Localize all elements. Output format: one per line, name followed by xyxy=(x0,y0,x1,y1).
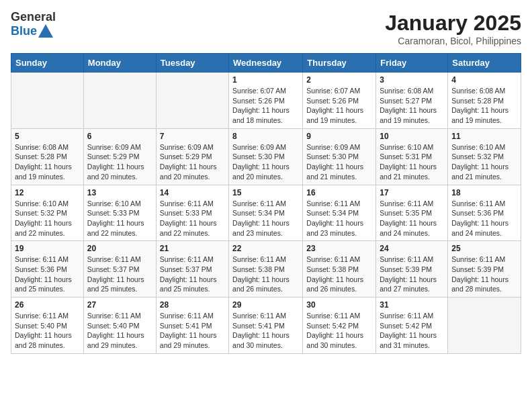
sunset-time: Sunset: 5:42 PM xyxy=(380,321,444,331)
day-info: Sunrise: 6:11 AMSunset: 5:36 PMDaylight:… xyxy=(451,199,517,238)
sunset-time: Sunset: 5:41 PM xyxy=(160,321,225,331)
sunrise-time: Sunrise: 6:08 AM xyxy=(380,86,444,96)
daylight-hours: Daylight: 11 hours and 26 minutes. xyxy=(306,275,372,294)
sunrise-time: Sunrise: 6:11 AM xyxy=(451,255,517,265)
day-number: 31 xyxy=(380,300,444,310)
daylight-hours: Daylight: 11 hours and 22 minutes. xyxy=(160,218,225,238)
weekday-header-wednesday: Wednesday xyxy=(229,54,303,73)
sunset-time: Sunset: 5:28 PM xyxy=(15,152,80,162)
daylight-hours: Daylight: 11 hours and 22 minutes. xyxy=(15,218,80,238)
sunset-time: Sunset: 5:38 PM xyxy=(232,265,299,275)
calendar-cell: 21Sunrise: 6:11 AMSunset: 5:37 PMDayligh… xyxy=(156,241,228,298)
sunrise-time: Sunrise: 6:08 AM xyxy=(451,86,517,96)
daylight-hours: Daylight: 11 hours and 23 minutes. xyxy=(306,218,372,238)
calendar-cell: 22Sunrise: 6:11 AMSunset: 5:38 PMDayligh… xyxy=(229,241,303,298)
weekday-header-sunday: Sunday xyxy=(11,54,84,73)
day-number: 4 xyxy=(451,75,517,85)
daylight-hours: Daylight: 11 hours and 18 minutes. xyxy=(232,105,299,125)
calendar-cell: 18Sunrise: 6:11 AMSunset: 5:36 PMDayligh… xyxy=(448,185,521,241)
sunset-time: Sunset: 5:32 PM xyxy=(15,208,80,218)
sunrise-time: Sunrise: 6:11 AM xyxy=(15,311,80,321)
calendar-cell xyxy=(156,73,228,129)
day-info: Sunrise: 6:09 AMSunset: 5:30 PMDaylight:… xyxy=(232,142,299,182)
calendar-cell: 17Sunrise: 6:11 AMSunset: 5:35 PMDayligh… xyxy=(376,185,448,241)
calendar-cell: 9Sunrise: 6:09 AMSunset: 5:30 PMDaylight… xyxy=(303,128,376,185)
week-row-2: 5Sunrise: 6:08 AMSunset: 5:28 PMDaylight… xyxy=(11,128,521,185)
sunrise-time: Sunrise: 6:11 AM xyxy=(306,199,372,209)
sunrise-time: Sunrise: 6:11 AM xyxy=(232,255,299,265)
day-number: 25 xyxy=(451,244,517,253)
sunset-time: Sunset: 5:26 PM xyxy=(232,96,299,106)
weekday-header-tuesday: Tuesday xyxy=(156,54,228,73)
day-info: Sunrise: 6:08 AMSunset: 5:28 PMDaylight:… xyxy=(451,86,517,126)
sunrise-time: Sunrise: 6:11 AM xyxy=(87,255,152,265)
day-number: 11 xyxy=(451,132,517,141)
calendar-cell: 14Sunrise: 6:11 AMSunset: 5:33 PMDayligh… xyxy=(156,185,228,241)
daylight-hours: Daylight: 11 hours and 19 minutes. xyxy=(15,162,80,181)
sunset-time: Sunset: 5:39 PM xyxy=(451,265,517,275)
page-header: General Blue January 2025 Caramoran, Bic… xyxy=(11,11,521,46)
logo-blue-text: Blue xyxy=(11,25,37,38)
sunset-time: Sunset: 5:31 PM xyxy=(380,152,444,162)
daylight-hours: Daylight: 11 hours and 31 minutes. xyxy=(380,330,444,350)
sunset-time: Sunset: 5:37 PM xyxy=(87,265,152,275)
daylight-hours: Daylight: 11 hours and 20 minutes. xyxy=(232,162,299,181)
day-info: Sunrise: 6:11 AMSunset: 5:42 PMDaylight:… xyxy=(306,311,372,351)
calendar-cell: 12Sunrise: 6:10 AMSunset: 5:32 PMDayligh… xyxy=(11,185,84,241)
daylight-hours: Daylight: 11 hours and 19 minutes. xyxy=(380,105,444,125)
sunset-time: Sunset: 5:40 PM xyxy=(15,321,80,331)
sunrise-time: Sunrise: 6:09 AM xyxy=(87,142,152,152)
day-info: Sunrise: 6:11 AMSunset: 5:33 PMDaylight:… xyxy=(160,199,225,238)
sunset-time: Sunset: 5:41 PM xyxy=(232,321,299,331)
day-number: 24 xyxy=(380,244,444,253)
week-row-3: 12Sunrise: 6:10 AMSunset: 5:32 PMDayligh… xyxy=(11,185,521,241)
daylight-hours: Daylight: 11 hours and 30 minutes. xyxy=(306,330,372,350)
daylight-hours: Daylight: 11 hours and 28 minutes. xyxy=(15,330,80,350)
day-number: 7 xyxy=(160,132,225,141)
day-number: 16 xyxy=(306,188,372,197)
day-info: Sunrise: 6:11 AMSunset: 5:37 PMDaylight:… xyxy=(87,255,152,294)
daylight-hours: Daylight: 11 hours and 23 minutes. xyxy=(232,218,299,238)
weekday-header-monday: Monday xyxy=(83,54,156,73)
day-number: 10 xyxy=(380,132,444,141)
week-row-4: 19Sunrise: 6:11 AMSunset: 5:36 PMDayligh… xyxy=(11,241,521,298)
daylight-hours: Daylight: 11 hours and 30 minutes. xyxy=(232,330,299,350)
sunrise-time: Sunrise: 6:09 AM xyxy=(232,142,299,152)
daylight-hours: Daylight: 11 hours and 24 minutes. xyxy=(451,218,517,238)
sunrise-time: Sunrise: 6:08 AM xyxy=(15,142,80,152)
calendar-cell: 24Sunrise: 6:11 AMSunset: 5:39 PMDayligh… xyxy=(376,241,448,298)
sunset-time: Sunset: 5:36 PM xyxy=(15,265,80,275)
day-number: 5 xyxy=(15,132,80,141)
sunrise-time: Sunrise: 6:11 AM xyxy=(306,311,372,321)
location: Caramoran, Bicol, Philippines xyxy=(385,36,521,46)
calendar-cell: 25Sunrise: 6:11 AMSunset: 5:39 PMDayligh… xyxy=(448,241,521,298)
daylight-hours: Daylight: 11 hours and 29 minutes. xyxy=(160,330,225,350)
daylight-hours: Daylight: 11 hours and 22 minutes. xyxy=(87,218,152,238)
day-info: Sunrise: 6:08 AMSunset: 5:28 PMDaylight:… xyxy=(15,142,80,182)
weekday-header-saturday: Saturday xyxy=(448,54,521,73)
daylight-hours: Daylight: 11 hours and 25 minutes. xyxy=(15,275,80,294)
sunrise-time: Sunrise: 6:11 AM xyxy=(160,311,225,321)
sunrise-time: Sunrise: 6:11 AM xyxy=(380,199,444,209)
day-number: 6 xyxy=(87,132,152,141)
day-number: 29 xyxy=(232,300,299,310)
day-number: 9 xyxy=(306,132,372,141)
sunrise-time: Sunrise: 6:07 AM xyxy=(232,86,299,96)
day-number: 22 xyxy=(232,244,299,253)
day-info: Sunrise: 6:11 AMSunset: 5:40 PMDaylight:… xyxy=(15,311,80,351)
day-number: 14 xyxy=(160,188,225,197)
calendar-cell: 4Sunrise: 6:08 AMSunset: 5:28 PMDaylight… xyxy=(448,73,521,129)
sunrise-time: Sunrise: 6:10 AM xyxy=(451,142,517,152)
calendar-cell xyxy=(11,73,84,129)
sunset-time: Sunset: 5:40 PM xyxy=(87,321,152,331)
day-number: 13 xyxy=(87,188,152,197)
day-info: Sunrise: 6:11 AMSunset: 5:37 PMDaylight:… xyxy=(160,255,225,294)
daylight-hours: Daylight: 11 hours and 21 minutes. xyxy=(451,162,517,181)
sunset-time: Sunset: 5:30 PM xyxy=(306,152,372,162)
day-number: 2 xyxy=(306,75,372,85)
day-number: 19 xyxy=(15,244,80,253)
day-number: 1 xyxy=(232,75,299,85)
calendar-cell: 3Sunrise: 6:08 AMSunset: 5:27 PMDaylight… xyxy=(376,73,448,129)
calendar-cell: 10Sunrise: 6:10 AMSunset: 5:31 PMDayligh… xyxy=(376,128,448,185)
day-number: 3 xyxy=(380,75,444,85)
